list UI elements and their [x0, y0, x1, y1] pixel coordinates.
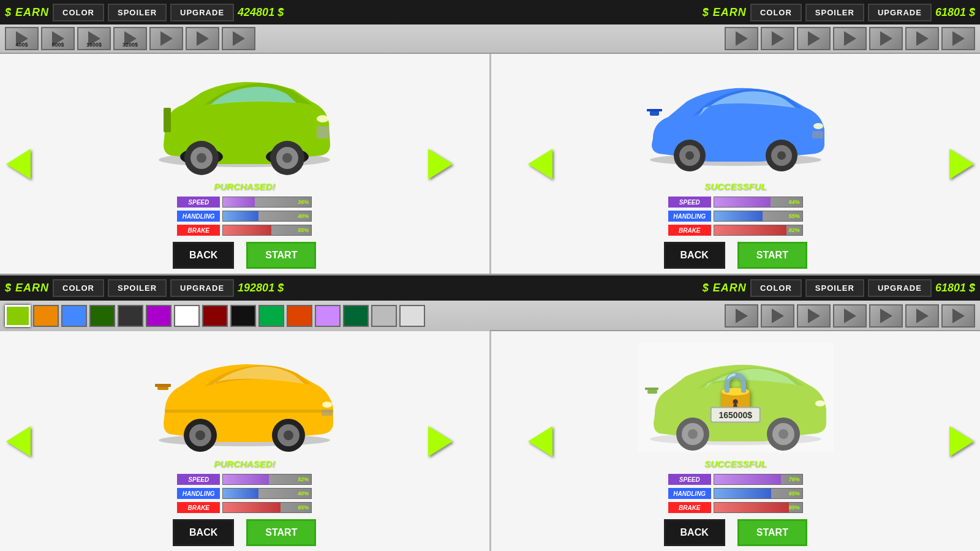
top-right-upgrade-4[interactable]	[833, 27, 867, 50]
top-right-upgrade-1[interactable]	[725, 27, 758, 50]
bottom-right-spoiler-button[interactable]: SPOILER	[805, 279, 864, 297]
bottom-right-back-button[interactable]: BACK	[664, 519, 725, 546]
top-right-car-panel: SUCCESSFUL SPEED 64% HANDLING	[491, 54, 981, 274]
color-swatch-2[interactable]	[33, 305, 59, 327]
color-swatch-1[interactable]	[5, 305, 31, 327]
top-right-car-section: SUCCESSFUL SPEED 64% HANDLING	[491, 54, 981, 274]
bottom-right-handling-val: 65%	[789, 490, 800, 497]
bottom-left-upgrade-button[interactable]: UPGRADE	[170, 279, 234, 297]
top-left-handling-bar	[223, 211, 258, 221]
bottom-left-money: 192801	[238, 282, 284, 294]
color-swatch-6[interactable]	[146, 305, 172, 327]
top-right-prev-arrow[interactable]	[528, 149, 552, 179]
top-left-upgrade-button[interactable]: UPGRADE	[170, 4, 234, 21]
color-swatch-3[interactable]	[61, 305, 87, 327]
top-left-upgrade-5[interactable]	[149, 27, 183, 50]
bottom-right-upgrade-button[interactable]: UPGRADE	[868, 279, 932, 297]
top-left-back-button[interactable]: BACK	[173, 242, 234, 269]
top-left-handling-val: 40%	[298, 213, 309, 219]
bottom-right-start-button[interactable]: START	[737, 519, 807, 546]
color-swatch-4[interactable]	[89, 305, 115, 327]
top-left-stats: SPEED 36% HANDLING 40%	[177, 197, 312, 236]
top-left-spoiler-button[interactable]: SPOILER	[108, 4, 167, 21]
bottom-right-upgrade-7[interactable]	[941, 304, 975, 328]
top-right-handling-bar-container: 55%	[714, 211, 803, 222]
bottom-right-upgrade-3[interactable]	[797, 304, 831, 328]
top-right-handling-val: 55%	[789, 213, 800, 219]
top-left-brake-label: BRAKE	[177, 225, 220, 236]
top-left-car-svg	[146, 65, 342, 175]
top-right-start-button[interactable]: START	[737, 242, 807, 269]
top-left-upgrade-1[interactable]: 400$	[5, 27, 39, 50]
svg-rect-14	[647, 109, 662, 111]
bottom-left-prev-arrow[interactable]	[6, 426, 31, 457]
svg-rect-26	[165, 410, 333, 413]
top-left-next-arrow[interactable]	[428, 149, 453, 179]
bottom-right-upgrade-1[interactable]	[725, 304, 758, 328]
color-swatch-13[interactable]	[343, 305, 369, 327]
top-left-upgrade-3[interactable]: 1600$	[77, 27, 111, 50]
bottom-right-upgrade-4[interactable]	[833, 304, 867, 328]
color-swatch-9[interactable]	[230, 305, 256, 327]
color-swatch-15[interactable]	[399, 305, 425, 327]
top-right-toolbar: EARN COLOR SPOILER UPGRADE 61801	[492, 4, 975, 21]
bottom-left-handling-row: HANDLING 40%	[177, 488, 312, 499]
top-right-upgrade-6[interactable]	[905, 27, 939, 50]
bottom-left-next-arrow[interactable]	[428, 426, 453, 457]
bottom-left-brake-val: 65%	[298, 504, 309, 511]
color-swatch-10[interactable]	[258, 305, 284, 327]
bottom-right-brake-row: BRAKE 85%	[668, 502, 803, 513]
top-right-spoiler-button[interactable]: SPOILER	[805, 4, 864, 21]
top-left-earn-button[interactable]: EARN	[5, 6, 49, 19]
top-left-upgrade-7[interactable]	[222, 27, 255, 50]
svg-rect-34	[322, 410, 333, 416]
bottom-left-color-button[interactable]: COLOR	[53, 279, 104, 297]
top-right-upgrade-7[interactable]	[941, 27, 975, 50]
bottom-right-color-button[interactable]: COLOR	[750, 279, 802, 297]
bottom-right-car-panel: 🔒 165000$ SUCCESSFUL SPEED 76%	[491, 331, 981, 551]
bottom-right-next-arrow[interactable]	[949, 426, 974, 457]
color-swatch-7[interactable]	[174, 305, 200, 327]
bottom-left-earn-button[interactable]: EARN	[5, 282, 49, 294]
bottom-right-prev-arrow[interactable]	[528, 426, 552, 457]
top-right-next-arrow[interactable]	[949, 149, 974, 179]
top-left-upgrade-6[interactable]	[186, 27, 219, 50]
svg-point-21	[813, 123, 823, 129]
bottom-left-handling-bar-container: 40%	[222, 488, 312, 499]
bottom-right-speed-row: SPEED 76%	[668, 474, 803, 485]
top-right-upgrade-5[interactable]	[869, 27, 903, 50]
top-right-upgrade-2[interactable]	[761, 27, 794, 50]
bottom-right-brake-bar-container: 85%	[714, 502, 803, 513]
bottom-left-back-button[interactable]: BACK	[173, 519, 234, 546]
svg-point-5	[197, 153, 206, 163]
color-swatch-8[interactable]	[202, 305, 228, 327]
bottom-right-actions: BACK START	[664, 519, 807, 546]
bottom-left-start-button[interactable]: START	[246, 519, 316, 546]
bottom-right-upgrade-6[interactable]	[905, 304, 939, 328]
color-swatch-5[interactable]	[118, 305, 143, 327]
top-left-prev-arrow[interactable]	[6, 149, 31, 179]
color-swatch-11[interactable]	[287, 305, 312, 327]
color-swatch-14[interactable]	[371, 305, 397, 327]
top-right-car-image	[631, 59, 840, 181]
bottom-strip	[0, 301, 980, 331]
top-right-upgrade-3[interactable]	[797, 27, 831, 50]
bottom-right-speed-val: 76%	[789, 476, 800, 482]
top-right-handling-bar	[714, 211, 763, 221]
bottom-left-spoiler-button[interactable]: SPOILER	[108, 279, 167, 297]
top-right-speed-row: SPEED 64%	[668, 197, 803, 208]
top-right-earn-button[interactable]: EARN	[703, 6, 747, 19]
top-left-upgrade-2[interactable]: 800$	[41, 27, 75, 50]
top-left-start-button[interactable]: START	[246, 242, 316, 269]
bottom-right-upgrade-2[interactable]	[761, 304, 794, 328]
bottom-right-car-section: 🔒 165000$ SUCCESSFUL SPEED 76%	[491, 331, 981, 551]
bottom-right-earn-button[interactable]: EARN	[703, 282, 747, 294]
top-right-color-button[interactable]: COLOR	[750, 4, 802, 21]
bottom-right-upgrade-5[interactable]	[869, 304, 903, 328]
top-left-upgrade-4[interactable]: 3200$	[113, 27, 147, 50]
top-left-color-button[interactable]: COLOR	[53, 4, 104, 21]
top-right-back-button[interactable]: BACK	[664, 242, 725, 269]
bottom-left-brake-label: BRAKE	[177, 502, 220, 513]
top-right-upgrade-button[interactable]: UPGRADE	[868, 4, 932, 21]
color-swatch-12[interactable]	[315, 305, 341, 327]
